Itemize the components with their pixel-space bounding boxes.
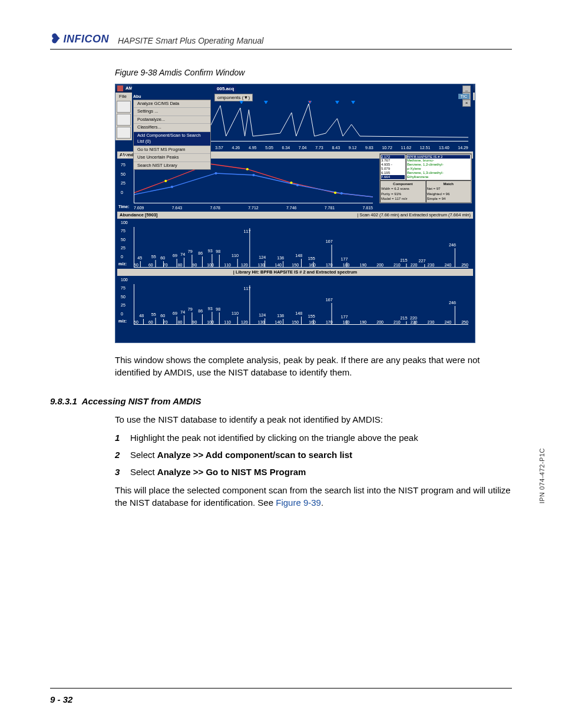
- dd-add-component[interactable]: Add Component/Scan to Search List (0): [134, 132, 210, 146]
- svg-text:93: 93: [208, 249, 213, 253]
- compound-row[interactable]: Methane, bromo-: [407, 159, 470, 163]
- tick: 110: [224, 319, 231, 325]
- dd-classifiers[interactable]: Classifiers...: [134, 124, 210, 132]
- svg-text:93: 93: [208, 307, 213, 311]
- tick: 160: [309, 262, 316, 268]
- page-footer: 9 - 32: [50, 688, 512, 704]
- tool-button-1[interactable]: [117, 101, 131, 113]
- tick: 240: [444, 262, 451, 268]
- amdis-window: AMDIS-Chromatogram - Component Mode - CA…: [115, 84, 475, 343]
- time-row[interactable]: 7.664: [381, 175, 405, 179]
- tick: 50: [121, 237, 128, 243]
- panel3-title: Abundance [5903]: [120, 212, 158, 219]
- tick: 180: [343, 319, 350, 325]
- compound-row[interactable]: Benzene, 1,3-dimethyl-: [407, 171, 470, 175]
- tick: 150: [292, 262, 299, 268]
- svg-text:124: 124: [259, 313, 266, 318]
- dd-goto-nist[interactable]: Go to NIST MS Program: [134, 146, 210, 154]
- compound-row[interactable]: Benzene, 1,2-dimethyl-: [407, 163, 470, 167]
- dd-settings[interactable]: Settings ...: [134, 108, 210, 116]
- component-header: Component: [381, 182, 425, 186]
- figure-link[interactable]: Figure 9-39: [276, 498, 321, 508]
- svg-text:110: 110: [232, 311, 239, 316]
- section-heading: 9.8.3.1 Accessing NIST from AMDIS: [50, 395, 512, 407]
- svg-text:177: 177: [341, 257, 348, 262]
- dd-search-nist[interactable]: Search NIST Library: [134, 162, 210, 170]
- tick: 0: [121, 311, 128, 317]
- tick: 90: [193, 262, 197, 268]
- tick: 200: [376, 319, 384, 325]
- y-ticks-3: 100 75 50 25 0: [121, 220, 128, 260]
- tick: 60: [148, 319, 153, 325]
- svg-point-19: [252, 174, 254, 176]
- x-axis-label-3: m/z:: [118, 261, 127, 267]
- tick: 7.609: [134, 205, 144, 211]
- sub-title: 005.acq: [214, 85, 236, 92]
- svg-text:246: 246: [449, 301, 456, 305]
- tick: 160: [309, 319, 316, 325]
- tick: 70: [163, 262, 168, 268]
- time-row[interactable]: 3.767: [381, 159, 405, 163]
- paragraph-3: This will place the selected component s…: [115, 484, 512, 509]
- menu-file[interactable]: File: [119, 93, 127, 100]
- compound-row[interactable]: p-Xylene: [407, 167, 470, 171]
- tick: 8.43: [332, 145, 340, 151]
- tick: 180: [343, 262, 350, 268]
- svg-marker-9: [335, 101, 339, 104]
- svg-text:148: 148: [295, 311, 302, 316]
- tool-button-3[interactable]: [117, 127, 131, 139]
- svg-text:55: 55: [151, 255, 156, 259]
- compound-row[interactable]: Ethylbenzene: [407, 175, 470, 179]
- tick: 80: [178, 319, 183, 325]
- tick: 230: [428, 262, 435, 268]
- time-row[interactable]: 2.172: [381, 155, 405, 159]
- comp-row: Width = 6.2 scans: [381, 186, 425, 191]
- tick: 9.83: [365, 145, 373, 151]
- steps-list: 1 Highlight the peak not identified by c…: [115, 431, 512, 478]
- tick: 12.51: [420, 145, 431, 151]
- step-2: 2 Select Analyze >> Add component/scan t…: [115, 449, 512, 461]
- svg-marker-5: [265, 101, 268, 104]
- svg-text:79: 79: [188, 307, 193, 312]
- app-icon: [117, 85, 123, 91]
- paragraph-1: This window shows the complete analysis,…: [115, 354, 512, 378]
- svg-marker-11: [352, 101, 355, 104]
- inner-minimize-icon[interactable]: _: [462, 85, 471, 93]
- tick: 190: [359, 319, 366, 325]
- dd-postanalyze[interactable]: Postanalyze...: [134, 116, 210, 124]
- svg-text:60: 60: [160, 314, 165, 318]
- dd-analyze-gcms[interactable]: Analyze GC/MS Data: [134, 100, 210, 108]
- time-row[interactable]: 6.195: [381, 171, 405, 175]
- step-bold: Analyze >> Go to NIST MS Program: [157, 467, 306, 477]
- svg-text:167: 167: [326, 298, 333, 302]
- tick: 7.643: [172, 205, 183, 211]
- tick: 100: [121, 153, 128, 159]
- svg-text:155: 155: [308, 314, 315, 319]
- svg-text:86: 86: [198, 309, 203, 314]
- leaf-icon: ❥: [50, 32, 61, 45]
- spectrum-chart-1[interactable]: 455560 697479 869398 110117124 136148155…: [134, 227, 468, 268]
- section-number: 9.8.3.1: [50, 396, 77, 406]
- figure-caption: Figure 9-38 Amdis Confirm Window: [115, 67, 512, 79]
- dd-uncertain-peaks[interactable]: Use Uncertain Peaks: [134, 154, 210, 162]
- step-bold: Analyze >> Add component/scan to search …: [157, 450, 352, 460]
- svg-text:124: 124: [259, 255, 266, 260]
- page-header: ❥ INFICON HAPSITE Smart Plus Operating M…: [50, 32, 512, 50]
- panel4-header: | Library Hit: BPFB HAPSITE IS # 2 and E…: [117, 269, 473, 276]
- tick: 25: [121, 180, 128, 186]
- svg-text:155: 155: [308, 256, 315, 261]
- svg-text:74: 74: [180, 310, 185, 315]
- spectrum-bars-2: 485560 697479 869398 110117124 136148155…: [134, 284, 468, 324]
- tick: 7.712: [248, 205, 259, 211]
- x-ticks-4: 5060708090100110120130140150160170180190…: [134, 319, 468, 325]
- tool-button-2[interactable]: [117, 114, 131, 126]
- tick: 150: [292, 319, 299, 325]
- compound-row[interactable]: BPFB HAPSITE IS # 2: [407, 155, 470, 159]
- time-row[interactable]: 4.935 -: [381, 163, 405, 167]
- svg-text:117: 117: [244, 286, 251, 291]
- time-row[interactable]: 5.079: [381, 167, 405, 171]
- tick: 100: [121, 220, 128, 226]
- spectrum-chart-2[interactable]: 485560 697479 869398 110117124 136148155…: [134, 284, 468, 325]
- side-note: IPN 074-472-P1C: [538, 448, 546, 503]
- spectrum-bars-1: 455560 697479 869398 110117124 136148155…: [134, 227, 468, 267]
